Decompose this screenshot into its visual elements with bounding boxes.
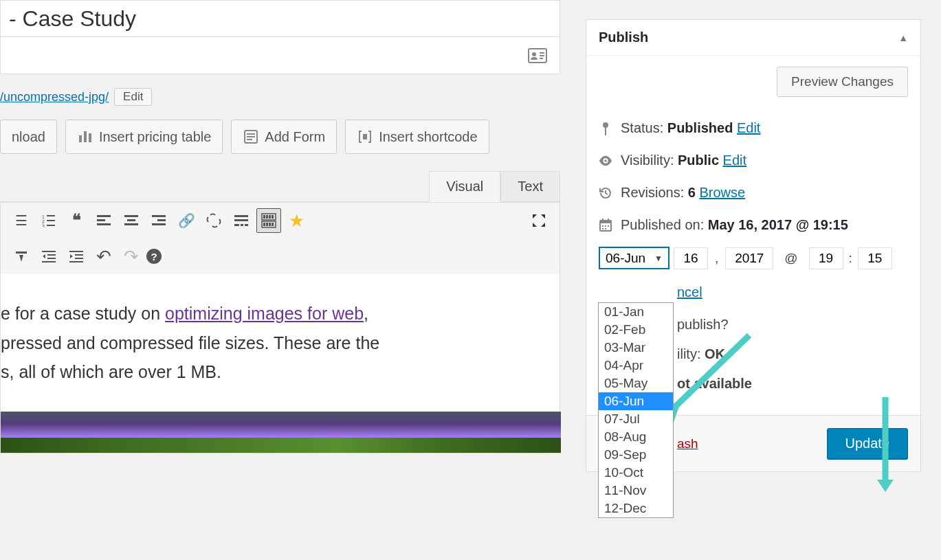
status-edit-link[interactable]: Edit: [737, 120, 760, 135]
edit-permalink-button[interactable]: Edit: [114, 88, 152, 106]
visibility-value: Public: [678, 153, 719, 168]
published-value: May 16, 2017 @ 19:15: [708, 217, 848, 232]
month-select[interactable]: 06-Jun: [599, 247, 669, 269]
month-option[interactable]: 05-May: [599, 374, 673, 392]
svg-rect-2: [540, 52, 544, 54]
calendar-icon: [599, 219, 612, 232]
hour-input[interactable]: [809, 247, 843, 269]
svg-rect-21: [97, 223, 111, 225]
shortcode-label: Insert shortcode: [379, 129, 477, 145]
month-option[interactable]: 04-Apr: [599, 357, 673, 374]
content-link[interactable]: optimizing images for web: [165, 304, 364, 323]
svg-rect-9: [247, 133, 255, 135]
publish-panel-header[interactable]: Publish ▲: [586, 20, 920, 56]
content-text: pressed and compressed file sizes. These…: [1, 333, 379, 352]
editor-content[interactable]: e for a case study on optimizing images …: [1, 274, 560, 398]
status-value: Published: [667, 120, 733, 135]
insert-shortcode-button[interactable]: Insert shortcode: [345, 120, 489, 154]
address-card-icon[interactable]: [528, 48, 547, 63]
svg-rect-47: [42, 261, 56, 262]
svg-rect-24: [124, 223, 138, 225]
year-input[interactable]: [725, 247, 773, 269]
revisions-label: Revisions:: [621, 185, 688, 200]
format-icon[interactable]: [9, 244, 34, 269]
form-icon: [243, 128, 259, 145]
read-more-icon[interactable]: [229, 208, 254, 233]
align-left-icon[interactable]: [91, 208, 116, 233]
month-option[interactable]: 11-Nov: [599, 482, 673, 500]
visibility-edit-link[interactable]: Edit: [723, 153, 746, 168]
star-icon[interactable]: ★: [284, 208, 309, 233]
trash-link[interactable]: ash: [677, 436, 698, 451]
svg-rect-51: [69, 261, 83, 262]
minute-input[interactable]: [858, 247, 892, 269]
indent-icon[interactable]: [64, 244, 89, 269]
fullscreen-icon[interactable]: [527, 208, 551, 233]
link-icon[interactable]: 🔗: [174, 208, 199, 233]
insert-pricing-table-button[interactable]: Insert pricing table: [65, 120, 223, 154]
svg-rect-12: [363, 134, 367, 139]
svg-rect-59: [602, 225, 604, 227]
redo-icon[interactable]: ↷: [119, 244, 144, 269]
update-button[interactable]: Update: [827, 428, 909, 459]
month-dropdown[interactable]: 01-Jan 02-Feb 03-Mar 04-Apr 05-May 06-Ju…: [598, 302, 674, 518]
list-ul-icon[interactable]: ☰: [9, 208, 34, 233]
tab-text[interactable]: Text: [500, 171, 560, 202]
svg-rect-45: [47, 254, 56, 256]
svg-rect-39: [263, 223, 265, 226]
month-option[interactable]: 03-Mar: [599, 339, 673, 357]
svg-rect-19: [97, 215, 111, 217]
list-ol-icon[interactable]: 123: [36, 208, 61, 233]
svg-rect-53: [605, 127, 606, 135]
tab-visual[interactable]: Visual: [429, 171, 500, 202]
svg-point-54: [604, 159, 607, 162]
collapse-icon: ▲: [898, 32, 908, 43]
month-option[interactable]: 09-Sep: [599, 446, 673, 464]
svg-rect-11: [247, 139, 252, 140]
month-option[interactable]: 08-Aug: [599, 428, 673, 446]
day-input[interactable]: [674, 247, 708, 269]
undo-icon[interactable]: ↶: [91, 244, 116, 269]
permalink-link[interactable]: /uncompressed-jpg/: [0, 90, 109, 104]
content-image[interactable]: [1, 412, 561, 453]
unlink-icon[interactable]: [201, 208, 226, 233]
svg-rect-61: [608, 225, 609, 227]
svg-text:2: 2: [42, 219, 45, 224]
svg-rect-46: [47, 258, 56, 259]
month-option[interactable]: 01-Jan: [599, 303, 673, 321]
help-icon[interactable]: ?: [146, 249, 162, 264]
add-form-button[interactable]: Add Form: [231, 120, 337, 154]
svg-rect-28: [234, 215, 248, 217]
svg-rect-62: [602, 228, 604, 229]
post-title-input[interactable]: [0, 0, 560, 37]
svg-rect-63: [605, 228, 606, 229]
addform-label: Add Form: [265, 129, 325, 145]
svg-rect-48: [69, 251, 83, 252]
align-right-icon[interactable]: [146, 208, 171, 233]
visibility-row: Visibility: Public Edit: [599, 144, 908, 177]
svg-rect-3: [540, 55, 544, 56]
pricing-label: Insert pricing table: [99, 129, 211, 145]
publish-heading: Publish: [599, 30, 648, 45]
svg-rect-37: [272, 215, 274, 219]
svg-rect-16: [47, 215, 55, 216]
history-icon: [599, 186, 612, 200]
align-center-icon[interactable]: [119, 208, 144, 233]
month-option[interactable]: 10-Oct: [599, 464, 673, 482]
month-option[interactable]: 02-Feb: [599, 321, 673, 339]
svg-rect-18: [47, 225, 55, 226]
bars-icon: [77, 128, 93, 145]
download-button[interactable]: nload: [0, 120, 57, 154]
quote-icon[interactable]: ❝: [64, 208, 89, 233]
svg-text:3: 3: [42, 224, 45, 227]
outdent-icon[interactable]: [36, 244, 61, 269]
month-option[interactable]: 07-Jul: [599, 410, 673, 428]
preview-changes-button[interactable]: Preview Changes: [777, 67, 908, 97]
month-option[interactable]: 12-Dec: [599, 500, 673, 517]
revisions-browse-link[interactable]: Browse: [700, 185, 746, 200]
cancel-link[interactable]: ncel: [677, 284, 702, 300]
month-option-selected[interactable]: 06-Jun: [599, 392, 673, 410]
svg-rect-30: [234, 224, 239, 226]
toolbar-toggle-icon[interactable]: [256, 208, 281, 233]
published-on-row: Published on: May 16, 2017 @ 19:15: [599, 209, 908, 241]
